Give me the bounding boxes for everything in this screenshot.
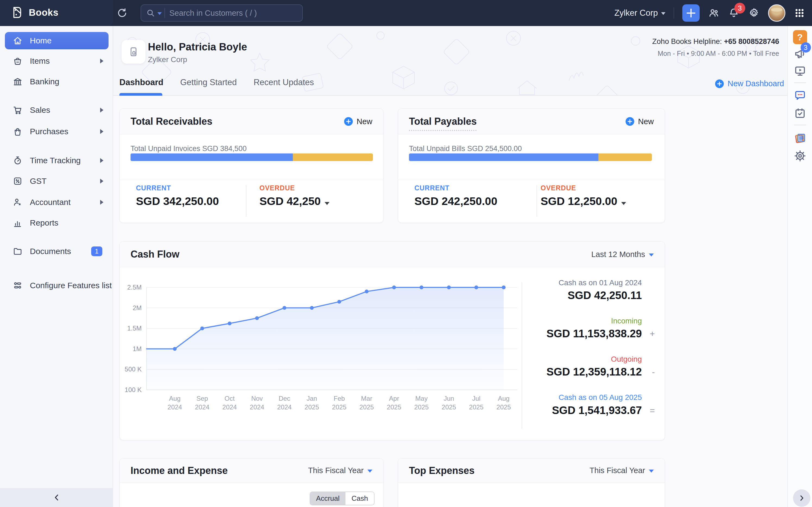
svg-text:Feb: Feb <box>334 395 345 402</box>
quick-create-button[interactable] <box>682 4 700 22</box>
divider <box>398 180 665 180</box>
video-tutorials-button[interactable] <box>794 64 807 77</box>
greeting-organization: Zylker Corp <box>148 55 187 64</box>
brand[interactable]: Books <box>10 5 58 19</box>
svg-text:Oct: Oct <box>224 395 235 402</box>
svg-text:2025: 2025 <box>332 403 346 411</box>
top-bar: Books Zylker Corp 3 <box>0 0 812 26</box>
svg-text:Aug: Aug <box>498 395 510 402</box>
plus-circle-icon <box>625 117 634 126</box>
payables-new-button[interactable]: New <box>625 117 654 126</box>
receivables-progress-current <box>131 154 293 161</box>
stopwatch-icon <box>12 155 23 166</box>
helpline-label: Zoho Books Helpline: <box>652 38 722 46</box>
top-expenses-range-select[interactable]: This Fiscal Year <box>590 466 654 475</box>
apps-grid-icon[interactable] <box>794 7 806 19</box>
incoming-value: SGD 11,153,838.29 <box>547 328 642 340</box>
new-dashboard-button[interactable]: New Dashboard <box>715 79 784 88</box>
svg-text:1.5M: 1.5M <box>127 325 142 332</box>
sidebar-item-gst[interactable]: GST <box>0 172 113 190</box>
users-icon[interactable] <box>708 7 720 19</box>
toggle-cash[interactable]: Cash <box>346 492 374 505</box>
monitor-play-icon <box>794 64 807 77</box>
total-receivables-card: Total Receivables New Total Unpaid Invoi… <box>119 108 384 223</box>
receivables-overdue-value[interactable]: SGD 42,250 <box>259 195 329 208</box>
receivables-title: Total Receivables <box>131 116 212 127</box>
search-scope-chevron-down-icon[interactable] <box>157 12 162 15</box>
income-expense-header: Income and Expense This Fiscal Year <box>120 458 383 483</box>
integrations-button[interactable] <box>794 150 807 162</box>
sidebar-item-label: Reports <box>30 218 58 227</box>
caret-down-icon <box>621 202 626 205</box>
caret-down-icon <box>324 202 329 205</box>
receivables-progress-bar <box>131 154 373 161</box>
organization-name: Zylker Corp <box>614 8 658 18</box>
user-avatar[interactable] <box>768 4 785 22</box>
helpline-block: Zoho Books Helpline: +65 8008528746 Mon … <box>652 38 779 57</box>
announcements-button[interactable]: 3 <box>794 47 807 60</box>
sidebar-item-accountant[interactable]: Accountant <box>0 193 113 211</box>
sidebar-item-configure-features[interactable]: Configure Features list <box>0 277 113 294</box>
sidebar-collapse-button[interactable] <box>0 488 113 507</box>
payables-overdue-value[interactable]: SGD 12,250.00 <box>541 195 626 208</box>
sidebar-item-home[interactable]: Home <box>5 32 109 49</box>
svg-text:2025: 2025 <box>469 403 484 411</box>
income-expense-card: Income and Expense This Fiscal Year Accr… <box>119 458 384 507</box>
calendar-check-icon <box>794 107 807 120</box>
svg-text:100 K: 100 K <box>124 386 142 393</box>
search-divider <box>164 8 165 18</box>
toggle-accrual[interactable]: Accrual <box>310 492 346 505</box>
incoming-label: Incoming <box>611 317 642 325</box>
sidebar-item-purchases[interactable]: Purchases <box>0 123 113 140</box>
receivables-new-button[interactable]: New <box>344 117 372 126</box>
sidebar-item-documents[interactable]: Documents 1 <box>0 243 113 260</box>
svg-text:Sep: Sep <box>197 395 208 402</box>
svg-text:Apr: Apr <box>389 395 399 402</box>
cash-end-label: Cash as on 05 Aug 2025 <box>559 393 642 402</box>
payables-current-value: SGD 242,250.00 <box>414 195 497 208</box>
feedback-chat-button[interactable] <box>794 89 807 102</box>
cash-flow-range-select[interactable]: Last 12 Months <box>591 250 654 259</box>
sidebar-item-sales[interactable]: Sales <box>0 101 113 119</box>
outgoing-value: SGD 12,359,118.12 <box>547 366 642 378</box>
cart-icon <box>12 105 23 115</box>
news-stack-icon <box>794 132 807 145</box>
sidebar-item-banking[interactable]: Banking <box>0 73 113 90</box>
expand-panel-button[interactable] <box>793 489 810 507</box>
sidebar-item-label: Configure Features list <box>30 281 112 290</box>
configure-icon <box>12 280 23 291</box>
svg-text:2025: 2025 <box>496 403 511 411</box>
chevron-left-icon <box>52 493 61 502</box>
gear-icon[interactable] <box>748 7 760 19</box>
svg-text:2024: 2024 <box>250 403 264 411</box>
cash-flow-card: Cash Flow Last 12 Months 2.5M2M1.5M1M500… <box>119 241 665 440</box>
organization-switcher[interactable]: Zylker Corp <box>614 8 665 18</box>
global-search[interactable] <box>141 4 303 22</box>
question-icon: ? <box>797 32 803 43</box>
tab-dashboard[interactable]: Dashboard <box>119 77 163 95</box>
events-calendar-button[interactable] <box>794 107 807 120</box>
cash-flow-header: Cash Flow Last 12 Months <box>120 241 665 267</box>
svg-text:Mar: Mar <box>361 395 372 402</box>
plus-circle-icon <box>715 79 724 88</box>
sidebar: Home Items Banking Sales Purchases <box>0 26 113 488</box>
payables-header: Total Payables New <box>398 109 665 134</box>
sidebar-item-time-tracking[interactable]: Time Tracking <box>0 152 113 169</box>
svg-text:Jun: Jun <box>444 395 454 402</box>
total-payables-card: Total Payables New Total Unpaid Bills SG… <box>398 108 665 223</box>
chevron-right-icon <box>100 108 103 113</box>
whats-new-button[interactable] <box>794 132 807 145</box>
sidebar-item-items[interactable]: Items <box>0 52 113 70</box>
tab-getting-started[interactable]: Getting Started <box>180 77 237 95</box>
receivables-header: Total Receivables New <box>120 109 383 134</box>
search-input[interactable] <box>169 9 297 18</box>
svg-text:Jan: Jan <box>307 395 317 402</box>
sidebar-item-reports[interactable]: Reports <box>0 214 113 232</box>
tab-recent-updates[interactable]: Recent Updates <box>253 77 314 95</box>
notifications-button[interactable]: 3 <box>728 7 740 19</box>
income-expense-range-select[interactable]: This Fiscal Year <box>308 466 372 475</box>
divider <box>120 180 383 180</box>
recent-history-icon[interactable] <box>116 7 128 19</box>
new-dashboard-label: New Dashboard <box>727 79 784 88</box>
documents-badge: 1 <box>91 246 102 256</box>
